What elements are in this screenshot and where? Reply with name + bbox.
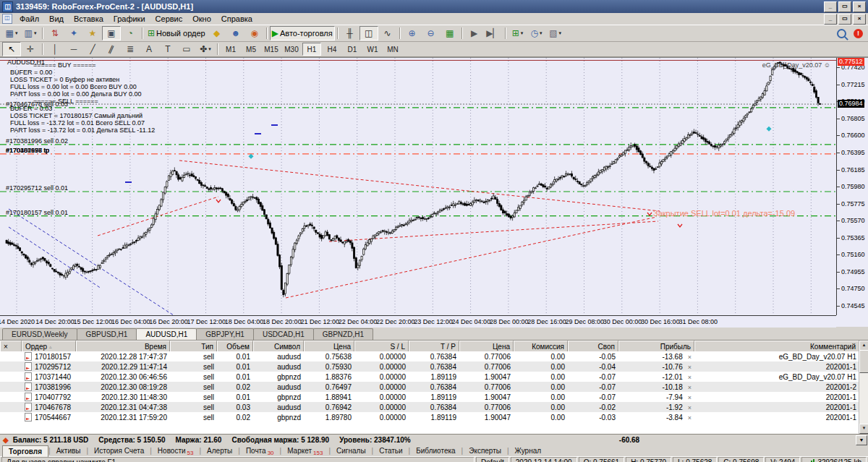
metaeditor-button[interactable]: ◆ xyxy=(208,26,226,40)
terminal-tab-Сигналы[interactable]: Сигналы xyxy=(331,445,372,456)
chart-tab-EURUSD,Weekly[interactable]: EURUSD,Weekly xyxy=(2,328,77,340)
channel-button[interactable]: ∥ xyxy=(102,42,121,56)
chart-shift-button[interactable]: ▶▏ xyxy=(484,26,503,40)
auto-trading-button[interactable]: ▶Авто-торговля xyxy=(270,26,335,40)
tile-windows-button[interactable]: ▦ xyxy=(441,26,459,40)
timeframe-W1-button[interactable]: W1 xyxy=(363,43,382,56)
dropdown-caret-icon[interactable]: ▾ xyxy=(540,30,542,36)
dropdown-caret-icon[interactable]: ▾ xyxy=(34,30,37,36)
close-order-icon[interactable]: × xyxy=(688,394,692,401)
shapes-button[interactable]: ▭ xyxy=(177,42,196,56)
terminal-tab-Библиотека[interactable]: Библиотека xyxy=(410,445,461,456)
cursor-button[interactable]: ↖ xyxy=(2,42,21,56)
scrollbar-thumb[interactable] xyxy=(859,350,868,373)
order-row[interactable]: 1703819962020.12.30 08:19:28sell0.02audu… xyxy=(0,382,868,392)
column-header-Прибыль[interactable]: Прибыль xyxy=(618,341,694,351)
chart-canvas[interactable]: #170467678 sell 0.03#170381996 sell 0.02… xyxy=(0,58,836,315)
chart-tab-USDCAD,H1[interactable]: USDCAD,H1 xyxy=(253,328,314,340)
close-order-icon[interactable]: × xyxy=(688,384,692,391)
order-row[interactable]: 1704077922020.12.30 11:48:30sell0.01gbpn… xyxy=(0,392,868,402)
experts-button[interactable]: ☻ xyxy=(226,26,245,40)
terminal-tab-Журнал[interactable]: Журнал xyxy=(509,445,548,456)
strategy-tester-button[interactable]: ◔ xyxy=(121,26,140,40)
window-close-button[interactable]: × xyxy=(853,1,866,12)
column-header-Комментарий[interactable]: Комментарий xyxy=(694,341,859,351)
column-header-Объем[interactable]: Объем xyxy=(217,341,253,351)
zoom-out-button[interactable]: ⊖ xyxy=(422,26,441,40)
terminal-tab-История Счета[interactable]: История Счета xyxy=(88,445,150,456)
menu-Окно[interactable]: Окно xyxy=(187,14,216,24)
new-chart-button[interactable]: ▦▾ xyxy=(2,26,21,40)
chart-tab-GBPUSD,H1[interactable]: GBPUSD,H1 xyxy=(77,328,137,340)
dropdown-caret-icon[interactable]: ▾ xyxy=(521,30,524,36)
terminal-tab-Алерты[interactable]: Алерты xyxy=(201,445,238,456)
timeframe-M5-button[interactable]: M5 xyxy=(242,43,260,56)
dropdown-caret-icon[interactable]: ▾ xyxy=(15,30,18,36)
arrows-button[interactable]: ✤▾ xyxy=(196,42,215,56)
close-order-icon[interactable]: × xyxy=(688,414,692,422)
order-row[interactable]: 1705446672020.12.31 17:59:20sell0.02gbpn… xyxy=(0,412,868,422)
window-restore-button[interactable]: ▭ xyxy=(838,1,851,12)
timeframe-H1-button[interactable]: H1 xyxy=(302,43,321,56)
crosshair-button[interactable]: ✛ xyxy=(21,42,40,56)
column-header-T / P[interactable]: T / P xyxy=(409,341,459,351)
menu-Файл[interactable]: Файл xyxy=(14,14,44,24)
terminal-tab-Почта[interactable]: Почта30 xyxy=(240,445,280,456)
templates-button[interactable]: ▧▾ xyxy=(546,26,565,40)
terminal-tab-Маркет[interactable]: Маркет153 xyxy=(281,445,328,456)
scroll-up-icon[interactable]: ▲ xyxy=(859,341,868,351)
terminal-tab-Статьи[interactable]: Статьи xyxy=(373,445,408,456)
periods-button[interactable]: ◷▾ xyxy=(527,26,546,40)
chart-window-close-button[interactable]: × xyxy=(853,14,866,25)
chart-tab-GBPJPY,H1[interactable]: GBPJPY,H1 xyxy=(196,328,254,340)
column-header-Цена[interactable]: Цена xyxy=(459,341,514,351)
dropdown-caret-icon[interactable]: ▾ xyxy=(559,30,562,36)
timeframe-MN-button[interactable]: MN xyxy=(383,43,402,56)
close-order-icon[interactable]: × xyxy=(688,354,692,361)
column-header-Символ[interactable]: Символ xyxy=(253,341,304,351)
dropdown-caret-icon[interactable]: ▾ xyxy=(208,46,211,52)
zoom-in-button[interactable]: ⊕ xyxy=(403,26,422,40)
trendline-button[interactable]: ╱ xyxy=(83,42,102,56)
vertical-line-button[interactable]: │ xyxy=(46,42,64,56)
order-row[interactable]: 1702957122020.12.29 11:47:14sell0.01audu… xyxy=(0,362,868,372)
scroll-down-icon[interactable]: ▼ xyxy=(859,424,868,434)
bars-chart-button[interactable]: ╫ xyxy=(341,26,359,40)
new-order-button[interactable]: ⊞Новый ордер xyxy=(145,26,208,40)
timeframe-D1-button[interactable]: D1 xyxy=(343,43,362,56)
profiles-button[interactable]: ▥▾ xyxy=(21,26,40,40)
text-label-button[interactable]: T xyxy=(158,42,177,56)
column-header-Комиссия[interactable]: Комиссия xyxy=(514,341,568,351)
timeframe-M30-button[interactable]: M30 xyxy=(282,43,301,56)
column-header-Своп[interactable]: Своп xyxy=(568,341,618,351)
timeframe-H4-button[interactable]: H4 xyxy=(323,43,341,56)
column-header-Время[interactable]: Время xyxy=(76,341,170,351)
signals-button[interactable]: ◉ xyxy=(245,26,264,40)
line-chart-button[interactable]: ∿ xyxy=(378,26,397,40)
navigator-button[interactable]: ★ xyxy=(83,26,102,40)
horizontal-line-button[interactable]: ─ xyxy=(64,42,83,56)
terminal-tab-Активы[interactable]: Активы xyxy=(51,445,87,456)
toolbox-dropdown-icon[interactable]: ▼ xyxy=(856,435,867,445)
chart-tab-AUDUSD,H1[interactable]: AUDUSD,H1 xyxy=(136,328,197,340)
column-header-S / L[interactable]: S / L xyxy=(354,341,409,351)
column-header-Ордер[interactable]: Ордер▵ xyxy=(22,341,76,351)
chart-window-minimize-button[interactable]: _ xyxy=(824,14,837,25)
terminal-tab-Новости[interactable]: Новости53 xyxy=(152,445,200,456)
order-row[interactable]: 1701801572020.12.28 17:47:37sell0.01audu… xyxy=(0,351,868,362)
timeframe-M1-button[interactable]: M1 xyxy=(221,43,240,56)
menu-Вид[interactable]: Вид xyxy=(44,14,69,24)
data-window-button[interactable]: ✦ xyxy=(64,26,83,40)
menu-Вставка[interactable]: Вставка xyxy=(69,14,109,24)
auto-scroll-button[interactable]: ▶ xyxy=(465,26,484,40)
notification-icon[interactable]: ! xyxy=(854,29,863,38)
timeframe-M15-button[interactable]: M15 xyxy=(262,43,281,56)
market-watch-button[interactable]: ⇅ xyxy=(46,26,64,40)
terminal-button[interactable]: ▣ xyxy=(102,26,121,40)
close-order-icon[interactable]: × xyxy=(688,364,692,371)
chart-tab-GBPNZD,H1[interactable]: GBPNZD,H1 xyxy=(313,328,373,340)
order-row[interactable]: 1703714402020.12.30 06:46:56sell0.01gbpn… xyxy=(0,372,868,382)
candles-chart-button[interactable]: ◫ xyxy=(359,26,378,40)
column-header-×[interactable]: × xyxy=(0,341,22,351)
close-order-icon[interactable]: × xyxy=(688,404,692,411)
